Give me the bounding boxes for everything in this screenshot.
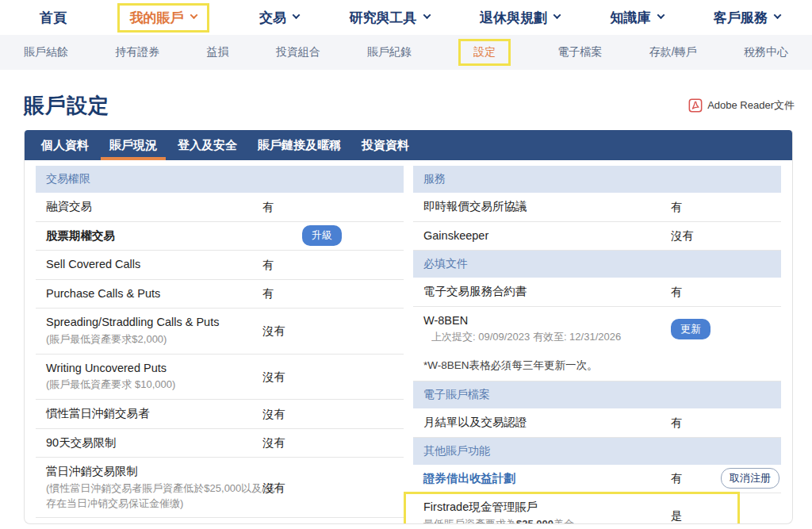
row-label: 即時報價交易所協議 [423,199,652,215]
chevron-down-icon [423,11,431,19]
row-label: Writing Uncovered Puts [46,361,274,377]
row-sublabel: (慣性當日沖銷交易者賬戶資產低於$25,000以及/或存在当日冲销交易保证金催缴… [46,481,284,512]
adobe-reader-label: Adobe Reader文件 [707,98,795,113]
row-value: 沒有 [262,406,285,421]
tab-login-security[interactable]: 登入及安全 [167,130,247,160]
chevron-down-icon [774,11,782,19]
subnav-item-tax-center[interactable]: 稅務中心 [744,45,788,59]
row-label: Sell Covered Calls [46,257,274,273]
nav-item-label: 客戶服務 [714,9,768,27]
row-label: Firstrade現金管理賬戶 [423,500,652,516]
row-label: 電子交易服務合約書 [423,284,652,300]
sub-nav: 賬戶結餘持有證券益損投資組合賬戶紀錄設定電子檔案存款/轉戶稅務中心 [0,35,812,70]
subnav-item-balances[interactable]: 賬戶結餘 [24,45,68,59]
row-label: 90天交易限制 [46,435,274,451]
table-row: 證券借出收益計劃有取消注册 [413,465,781,494]
table-row: Purchase Calls & Puts有 [36,280,404,309]
section-header-label: 必填文件 [423,257,468,271]
table-row: 股票期權交易升級 [36,222,404,251]
row-value: 沒有 [262,435,285,450]
tab-personal-info[interactable]: 個人資料 [31,130,99,160]
title-row: 賬戶設定 Adobe Reader文件 [0,70,812,122]
table-row: 電子交易服務合約書有 [413,278,781,307]
nav-item-label: 首頁 [40,9,67,27]
table-row: 90天交易限制沒有 [36,429,404,458]
row-value: 沒有 [671,228,694,243]
update-button[interactable]: 更新 [671,319,710,339]
unenroll-button[interactable]: 取消注册 [721,468,779,489]
row-value: 沒有 [262,369,285,384]
row-value: 有 [262,286,274,301]
subnav-item-gain-loss[interactable]: 益損 [207,45,229,59]
nav-item-retirement-planning[interactable]: 退休與規劃 [480,9,560,27]
row-label: 股票期權交易 [46,228,274,244]
table-row: Spreading/Straddling Calls & Puts(賬戶最低資產… [36,309,404,354]
row-label: Spreading/Straddling Calls & Puts [46,315,274,331]
row-value: 沒有 [262,480,285,495]
nav-item-label: 知識庫 [611,9,651,27]
table-row: W-8BEN上次提交: 09/09/2023 有效至: 12/31/2026更新 [413,307,781,351]
services-column: 服務即時報價交易所協議有Gainskeeper沒有必填文件電子交易服務合約書有W… [413,166,781,524]
row-label: 月結單以及交易認證 [423,415,652,431]
row-value: 有 [671,471,683,486]
table-row: Gainskeeper沒有 [413,222,781,251]
nav-item-knowledge-base[interactable]: 知識庫 [611,9,664,27]
trading-permissions-column: 交易權限融資交易有股票期權交易升級Sell Covered Calls有Purc… [36,166,404,524]
section-header: 必填文件 [413,251,781,278]
row-value: 有 [262,257,274,272]
subnav-item-portfolio[interactable]: 投資組合 [276,45,320,59]
account-settings-panel: 個人資料賬戶現況登入及安全賬戶鏈接及暱稱投資資料 交易權限融資交易有股票期權交易… [24,130,793,524]
tab-account-links-nicknames[interactable]: 賬戶鏈接及暱稱 [247,130,351,160]
nav-item-home[interactable]: 首頁 [40,9,67,27]
chevron-down-icon [190,11,197,19]
table-row: 當日沖銷交易限制(慣性當日沖銷交易者賬戶資產低於$25,000以及/或存在当日冲… [36,458,404,518]
table-row: Writing Uncovered Puts(賬戶最低資產要求 $10,000)… [36,355,404,400]
row-label: Gainskeeper [423,228,652,244]
nav-item-label: 退休與規劃 [480,9,547,27]
section-header-label: 交易權限 [46,172,90,186]
adobe-reader-link[interactable]: Adobe Reader文件 [688,98,795,113]
row-value: 有 [671,415,683,430]
nav-item-label: 我的賬戶 [130,9,184,27]
nav-item-trading[interactable]: 交易 [259,9,299,27]
row-value: 有 [262,199,274,214]
section-header-label: 其他賬戶功能 [423,444,490,458]
nav-item-research-tools[interactable]: 研究與工具 [350,9,430,27]
subnav-item-e-documents[interactable]: 電子檔案 [558,45,603,59]
table-row: 延長時段交易有 [36,518,404,524]
chevron-down-icon [553,11,561,19]
chevron-down-icon [657,11,665,19]
table-row: 月結單以及交易認證有 [413,408,781,438]
nav-item-label: 研究與工具 [350,9,417,27]
row-value: 是 [671,508,683,523]
table-note: *W-8BEN表格必須每三年更新一次。 [413,351,781,381]
row-label: 融資交易 [46,199,274,215]
chevron-down-icon [293,11,301,19]
tab-account-status[interactable]: 賬戶現況 [99,130,167,160]
tab-investment-profile[interactable]: 投資資料 [351,130,419,160]
nav-item-my-account[interactable]: 我的賬戶 [117,3,209,33]
row-label-link[interactable]: 證券借出收益計劃 [423,471,652,487]
row-label: Purchase Calls & Puts [46,286,274,302]
nav-item-customer-service[interactable]: 客戶服務 [714,9,780,27]
subnav-item-deposit-transfer[interactable]: 存款/轉戶 [649,45,697,59]
subnav-item-settings[interactable]: 設定 [458,39,511,66]
row-sublabel: (賬戶最低資產要求$2,000) [46,332,284,347]
row-label: 當日沖銷交易限制 [46,464,274,480]
upgrade-button[interactable]: 升級 [302,225,342,246]
section-header: 其他賬戶功能 [413,438,781,465]
row-label: 慣性當日沖銷交易者 [46,406,274,422]
page-title: 賬戶設定 [24,92,109,120]
nav-item-label: 交易 [259,9,286,27]
row-value: 有 [671,199,683,214]
tab-bar: 個人資料賬戶現況登入及安全賬戶鏈接及暱稱投資資料 [25,130,792,160]
subnav-item-account-history[interactable]: 賬戶紀錄 [367,45,412,59]
screen: 首頁我的賬戶交易研究與工具退休與規劃知識庫客戶服務 賬戶結餘持有證券益損投資組合… [0,0,812,529]
row-value: 沒有 [262,324,285,339]
panel-body: 交易權限融資交易有股票期權交易升級Sell Covered Calls有Purc… [25,160,792,524]
section-header-label: 電子賬戶檔案 [423,388,490,402]
table-row: 慣性當日沖銷交易者沒有 [36,400,404,429]
section-header: 服務 [413,166,781,193]
subnav-item-positions[interactable]: 持有證券 [115,45,159,59]
table-row: Sell Covered Calls有 [36,251,404,280]
